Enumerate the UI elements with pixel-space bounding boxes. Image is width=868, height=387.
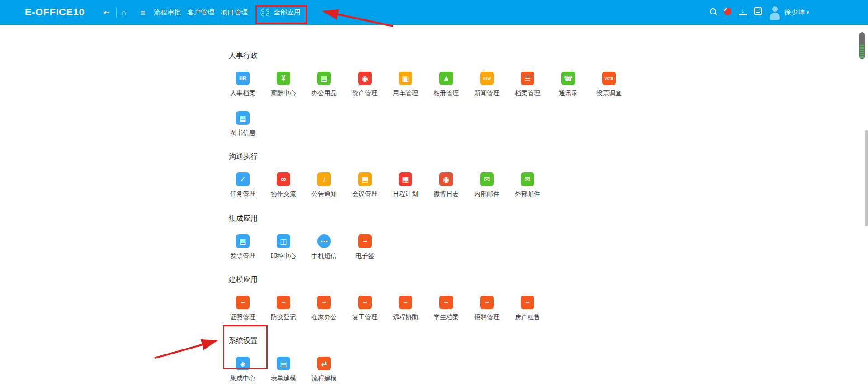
form-list-icon[interactable] bbox=[754, 7, 762, 15]
app-协作交流[interactable]: ∞协作交流 bbox=[263, 172, 304, 212]
section-title: 集成应用 bbox=[229, 214, 632, 224]
integration-cube-icon: ◈ bbox=[236, 357, 250, 370]
app-办公用品[interactable]: ▤办公用品 bbox=[304, 72, 344, 111]
seal-box-icon: − bbox=[358, 296, 372, 309]
download-icon[interactable]: ↓ bbox=[739, 7, 747, 15]
nav-item-客户管理[interactable]: 客户管理 bbox=[187, 0, 214, 25]
app-label: 投票调查 bbox=[596, 89, 622, 97]
app-发票管理[interactable]: ▤发票管理 bbox=[222, 234, 263, 274]
asset-database-icon: ◉ bbox=[358, 72, 372, 85]
top-nav-bar: E-OFFICE10 ⇤ ⌂ ≡ 流程审批客户管理项目管理 全部应用 ↓ 徐少坤… bbox=[0, 0, 868, 25]
app-档案管理[interactable]: ☰档案管理 bbox=[507, 72, 548, 111]
collaboration-icon: ∞ bbox=[277, 172, 290, 186]
seal-box-icon: − bbox=[439, 296, 453, 309]
app-label: 在家办公 bbox=[311, 313, 337, 321]
app-label: 发票管理 bbox=[230, 252, 255, 260]
app-用车管理[interactable]: ▣用车管理 bbox=[385, 72, 426, 111]
hamburger-menu-icon[interactable]: ≡ bbox=[140, 0, 146, 25]
app-学生档案[interactable]: −学生档案 bbox=[426, 296, 467, 335]
all-apps-nav-item[interactable]: 全部应用 bbox=[261, 0, 301, 25]
home-icon[interactable]: ⌂ bbox=[121, 0, 126, 25]
seal-box-icon: − bbox=[521, 296, 534, 309]
app-grid: −证照管理−防疫登记−在家办公−复工管理−远程协助−学生档案−招聘管理−房产租售 bbox=[222, 296, 632, 335]
external-mail-icon: ✉ bbox=[521, 172, 534, 186]
user-menu[interactable]: 徐少坤 ▾ bbox=[784, 0, 809, 25]
collapse-sidebar-icon[interactable]: ⇤ bbox=[103, 0, 110, 25]
apps-grid-icon bbox=[261, 9, 270, 16]
e-signature-seal-icon: − bbox=[358, 234, 372, 248]
app-logo: E-OFFICE10 bbox=[25, 6, 85, 18]
app-label: 资产管理 bbox=[352, 89, 377, 97]
theme-skin-icon[interactable] bbox=[724, 8, 731, 15]
app-label: 招聘管理 bbox=[474, 313, 500, 321]
app-新闻管理[interactable]: NEW新闻管理 bbox=[467, 72, 507, 111]
user-name: 徐少坤 bbox=[784, 8, 805, 17]
app-复工管理[interactable]: −复工管理 bbox=[344, 296, 385, 335]
app-label: 人事档案 bbox=[230, 89, 255, 97]
app-label: 新闻管理 bbox=[474, 89, 500, 97]
salary-center-icon: ¥ bbox=[277, 72, 290, 85]
app-人事档案[interactable]: HR人事档案 bbox=[222, 72, 263, 111]
app-投票调查[interactable]: VOTE投票调查 bbox=[589, 72, 629, 111]
app-日程计划[interactable]: ▦日程计划 bbox=[385, 172, 426, 212]
section-title: 系统设置 bbox=[229, 336, 632, 346]
app-任务管理[interactable]: ✓任务管理 bbox=[222, 172, 263, 212]
app-远程协助[interactable]: −远程协助 bbox=[385, 296, 426, 335]
header-divider bbox=[116, 8, 117, 17]
scrollbar-thumb-dark[interactable] bbox=[859, 32, 865, 59]
app-label: 复工管理 bbox=[352, 313, 377, 321]
app-会议管理[interactable]: ▤会议管理 bbox=[344, 172, 385, 212]
nav-item-流程审批[interactable]: 流程审批 bbox=[154, 0, 181, 25]
app-在家办公[interactable]: −在家办公 bbox=[304, 296, 344, 335]
app-grid: ▤发票管理◫印控中心⋯手机短信−电子签 bbox=[222, 234, 632, 274]
news-icon: NEW bbox=[480, 72, 494, 85]
app-内部邮件[interactable]: ✉内部邮件 bbox=[467, 172, 507, 212]
app-房产租售[interactable]: −房产租售 bbox=[507, 296, 548, 335]
caret-down-icon: ▾ bbox=[807, 10, 809, 15]
section-title: 人事行政 bbox=[229, 51, 632, 61]
app-图书信息[interactable]: ▤图书信息 bbox=[222, 111, 263, 151]
contacts-book-icon: ☎ bbox=[561, 72, 575, 85]
section-系统设置: 系统设置◈集成中心▤表单建模⇄流程建模 bbox=[222, 336, 632, 387]
app-手机短信[interactable]: ⋯手机短信 bbox=[304, 234, 344, 274]
hr-file-icon: HR bbox=[236, 72, 250, 85]
seal-box-icon: − bbox=[236, 296, 250, 309]
app-证照管理[interactable]: −证照管理 bbox=[222, 296, 263, 335]
app-相册管理[interactable]: ▲相册管理 bbox=[426, 72, 467, 111]
app-外部邮件[interactable]: ✉外部邮件 bbox=[507, 172, 548, 212]
app-label: 档案管理 bbox=[515, 89, 540, 97]
app-通讯录[interactable]: ☎通讯录 bbox=[548, 72, 589, 111]
sms-bubble-icon: ⋯ bbox=[317, 234, 331, 248]
app-薪酬中心[interactable]: ¥薪酬中心 bbox=[263, 72, 304, 111]
app-label: 学生档案 bbox=[434, 313, 459, 321]
app-label: 用车管理 bbox=[393, 89, 418, 97]
app-公告通知[interactable]: ♪公告通知 bbox=[304, 172, 344, 212]
seal-box-icon: − bbox=[399, 296, 412, 309]
vehicle-management-icon: ▣ bbox=[399, 72, 412, 85]
section-title: 沟通执行 bbox=[229, 152, 632, 162]
app-招聘管理[interactable]: −招聘管理 bbox=[467, 296, 507, 335]
app-label: 薪酬中心 bbox=[271, 89, 296, 97]
app-label: 手机短信 bbox=[311, 252, 337, 260]
nav-item-项目管理[interactable]: 项目管理 bbox=[221, 0, 248, 25]
task-clipboard-icon: ✓ bbox=[236, 172, 250, 186]
photo-album-icon: ▲ bbox=[439, 72, 453, 85]
workflow-modeling-icon: ⇄ bbox=[317, 357, 331, 370]
app-资产管理[interactable]: ◉资产管理 bbox=[344, 72, 385, 111]
app-印控中心[interactable]: ◫印控中心 bbox=[263, 234, 304, 274]
meeting-board-icon: ▤ bbox=[358, 172, 372, 186]
app-label: 印控中心 bbox=[271, 252, 296, 260]
app-防疫登记[interactable]: −防疫登记 bbox=[263, 296, 304, 335]
app-label: 远程协助 bbox=[393, 313, 418, 321]
app-label: 电子签 bbox=[355, 252, 374, 260]
weibo-log-icon: ◉ bbox=[439, 172, 453, 186]
app-电子签[interactable]: −电子签 bbox=[344, 234, 385, 274]
person-avatar-icon[interactable] bbox=[769, 5, 781, 21]
app-微博日志[interactable]: ◉微博日志 bbox=[426, 172, 467, 212]
search-icon[interactable] bbox=[710, 8, 716, 14]
seal-box-icon: − bbox=[277, 296, 290, 309]
all-apps-label: 全部应用 bbox=[274, 8, 301, 17]
app-label: 日程计划 bbox=[393, 190, 418, 198]
scrollbar-thumb[interactable] bbox=[865, 130, 868, 226]
seal-control-icon: ◫ bbox=[277, 234, 290, 248]
